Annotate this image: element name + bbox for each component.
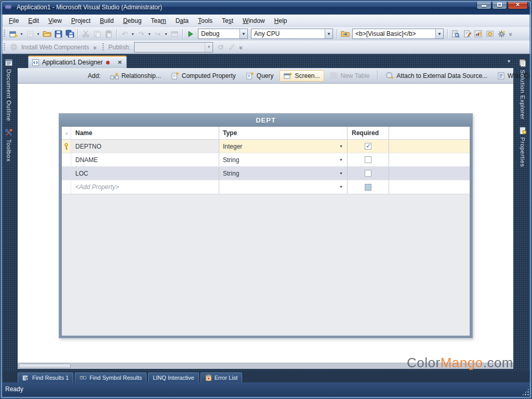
menu-bar: FileEditViewProjectBuildDebugTeamDataToo… — [0, 15, 532, 27]
property-name-cell[interactable]: <Add Property> — [71, 180, 219, 194]
save-button[interactable] — [53, 28, 63, 39]
screen-button[interactable]: Screen... — [280, 70, 324, 82]
row-gutter-cell[interactable] — [62, 153, 71, 166]
required-checkbox[interactable] — [365, 184, 371, 191]
toolbar-overflow-icon[interactable]: » — [507, 30, 514, 37]
sidebar-item-toolbox[interactable]: Toolbox — [5, 126, 13, 167]
required-checkbox[interactable] — [365, 170, 371, 177]
row-gutter-cell[interactable] — [62, 140, 71, 153]
combo-dropdown-icon[interactable]: ▼ — [325, 29, 332, 38]
add-item-button — [25, 28, 35, 39]
start-debugging-button[interactable] — [185, 28, 196, 39]
bottom-tab-find-symbol-results[interactable]: Find Symbol Results — [75, 373, 147, 382]
menu-edit[interactable]: Edit — [23, 16, 44, 26]
property-type-dropdown[interactable]: String — [219, 153, 348, 166]
sidebar-item-solution-explorer[interactable]: Solution Explorer — [519, 57, 527, 125]
property-type-dropdown[interactable]: String — [219, 167, 348, 180]
scrollbar-thumb[interactable] — [19, 364, 71, 368]
designer-canvas[interactable]: DEPT Name Type Required DEPTNOIntegerDNA… — [18, 84, 513, 363]
combo-dropdown-icon[interactable]: ▼ — [240, 29, 247, 38]
property-name-cell[interactable]: DNAME — [71, 153, 219, 166]
menu-build[interactable]: Build — [95, 16, 118, 26]
menu-view[interactable]: View — [44, 16, 66, 26]
save-all-button[interactable] — [64, 28, 75, 39]
object-browser-tool-button[interactable] — [473, 28, 484, 39]
table-row-add-property[interactable]: <Add Property> — [62, 180, 470, 194]
minimize-button[interactable] — [476, 0, 491, 9]
menu-file[interactable]: File — [4, 16, 23, 26]
menu-window[interactable]: Window — [238, 16, 270, 26]
new-project-dropdown-icon[interactable]: ▾ — [19, 32, 24, 36]
row-gutter-cell[interactable] — [62, 180, 71, 194]
bottom-tab-find-results-1[interactable]: Find Results 1 — [18, 373, 73, 382]
column-header-required[interactable]: Required — [348, 127, 389, 139]
new-project-button[interactable] — [8, 28, 19, 39]
column-header-trailing — [389, 127, 470, 139]
find-combo[interactable]: <b>[Visual Basic]</b> ▼ — [352, 29, 444, 39]
designer-toolbar-separator — [377, 71, 378, 81]
menu-project[interactable]: Project — [66, 16, 95, 26]
extensions-tool-button[interactable] — [496, 28, 507, 39]
column-header-name[interactable]: Name — [71, 127, 219, 139]
table-row-dname[interactable]: DNAMEString — [62, 153, 470, 167]
computed-property-button[interactable]: Computed Property — [167, 70, 240, 82]
bottom-tab-linq-interactive[interactable]: LINQ Interactive — [148, 373, 198, 382]
menu-help[interactable]: Help — [270, 16, 292, 26]
bottom-tab-error-list[interactable]: Error List — [201, 373, 243, 382]
sidebar-item-document-outline[interactable]: Document Outline — [5, 57, 13, 126]
property-type-dropdown[interactable]: Integer — [219, 140, 348, 153]
tab-close-icon[interactable]: × — [118, 59, 122, 65]
toolbar-overflow-icon[interactable]: » — [237, 44, 245, 51]
left-tool-strip: Document Outline Toolbox — [0, 54, 18, 371]
tab-list-dropdown-icon[interactable] — [508, 58, 510, 64]
table-row-loc[interactable]: LOCString — [62, 167, 470, 180]
titlebar[interactable]: Application1 - Microsoft Visual Studio (… — [0, 0, 532, 15]
open-file-button[interactable] — [42, 28, 52, 39]
find-in-files-button[interactable] — [340, 28, 350, 39]
entity-dept[interactable]: DEPT Name Type Required DEPTNOIntegerDNA… — [59, 113, 473, 338]
redo-dropdown-icon: ▾ — [147, 32, 152, 36]
property-type-dropdown[interactable] — [219, 180, 348, 194]
unsaved-indicator — [106, 61, 110, 64]
property-name-cell[interactable]: LOC — [71, 167, 219, 180]
required-checkbox[interactable] — [365, 156, 371, 163]
tab-application1-designer[interactable]: Application1 Designer × — [28, 56, 127, 68]
combo-dropdown-icon[interactable]: ▼ — [435, 29, 443, 38]
data-sources-tool-button[interactable] — [485, 28, 495, 39]
solution-explorer-tool-button[interactable] — [450, 28, 461, 39]
menu-tools[interactable]: Tools — [193, 16, 217, 26]
sidebar-item-properties[interactable]: Properties — [519, 125, 527, 172]
publish-combo: ▼ — [134, 42, 213, 52]
menu-debug[interactable]: Debug — [118, 16, 146, 26]
required-checkbox[interactable] — [365, 143, 371, 150]
menu-test[interactable]: Test — [217, 16, 238, 26]
row-gutter-cell[interactable] — [62, 167, 71, 180]
watermark: ColorMango.com — [407, 355, 513, 371]
query-icon — [246, 72, 254, 79]
menu-data[interactable]: Data — [171, 16, 193, 26]
resize-grip-icon[interactable] — [522, 388, 529, 396]
query-button[interactable]: Query — [242, 70, 278, 82]
property-name-cell[interactable]: DEPTNO — [71, 140, 219, 153]
relationship-button[interactable]: Relationship... — [106, 70, 165, 82]
attach-to-external-data-source-button[interactable]: Attach to External Data Source... — [381, 70, 491, 82]
toolbar-grip[interactable] — [3, 30, 6, 38]
entity-title[interactable]: DEPT — [59, 114, 472, 127]
properties-tool-button[interactable] — [462, 28, 472, 39]
toolbar-separator — [182, 29, 183, 38]
table-row-deptno[interactable]: DEPTNOInteger — [62, 140, 470, 153]
required-cell — [348, 180, 389, 194]
query-label: Query — [257, 72, 274, 79]
menu-team[interactable]: Team — [146, 16, 170, 26]
required-cell — [348, 140, 389, 153]
toolbar-grip[interactable] — [3, 43, 6, 51]
toolbar-grip[interactable] — [102, 43, 104, 51]
right-tool-strip: Solution Explorer Properties — [513, 54, 532, 371]
solution-configuration-combo[interactable]: Debug ▼ — [198, 29, 248, 39]
maximize-button[interactable] — [492, 0, 507, 9]
column-header-type[interactable]: Type — [219, 127, 348, 139]
solution-platform-combo[interactable]: Any CPU ▼ — [251, 29, 333, 39]
bottom-tab-label: LINQ Interactive — [153, 375, 194, 381]
toolbar-overflow-icon[interactable]: » — [91, 44, 99, 51]
close-button[interactable]: × — [508, 0, 528, 9]
